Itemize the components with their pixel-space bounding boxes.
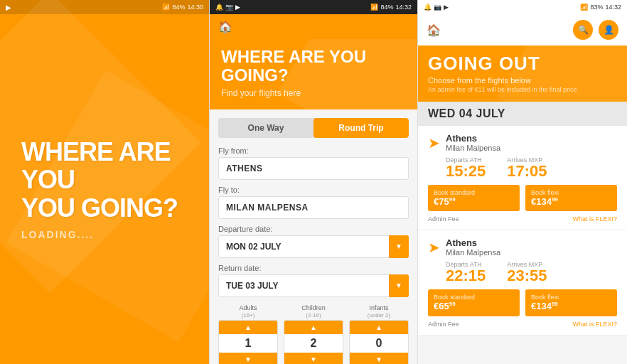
notification-icon-3: 🔔 — [424, 4, 432, 11]
standard-label-2: Book standard — [434, 294, 514, 301]
signal-icon-3: 📶 — [580, 4, 588, 11]
photo-icon: 📷 — [225, 4, 233, 11]
search-button[interactable]: 🔍 — [573, 20, 593, 40]
panel2-hero: WHERE ARE YOU GOING? Find your flights h… — [210, 39, 417, 109]
departs-time-1: 15:25 — [446, 164, 486, 179]
flexi-price-1: €13499 — [531, 196, 611, 207]
children-stepper[interactable]: ▲ 2 ▼ — [284, 320, 343, 364]
flight-times-1: Departs ATH 15:25 Arrives MXP 17:05 — [446, 156, 617, 179]
children-value: 2 — [284, 334, 343, 353]
infants-up-button[interactable]: ▲ — [350, 321, 408, 334]
fly-to-label: Fly to: — [218, 186, 409, 194]
price-row-1: Book standard €7599 Book flexi €13499 — [428, 185, 617, 211]
panel-search: 🔔 📷 ▶ 📶 84% 14:32 🏠 WHERE ARE YOU GOING?… — [209, 0, 418, 364]
children-down-button[interactable]: ▼ — [284, 353, 343, 364]
flight-info-2: Athens Milan Malpensa Departs ATH 22:15 … — [446, 237, 617, 284]
round-trip-button[interactable]: Round Trip — [314, 118, 409, 138]
adults-group: Adults (16+) ▲ 1 ▼ — [218, 304, 278, 364]
flight-info-1: Athens Milan Malpensa Departs ATH 15:25 … — [446, 133, 617, 179]
departure-dropdown-icon[interactable]: ▼ — [389, 235, 409, 258]
hero-subtitle-2: Find your flights here — [221, 88, 406, 98]
departure-date-row: MON 02 JULY ▼ — [218, 235, 409, 258]
status-bar-3: 🔔 📷 ▶ 📶 83% 14:32 — [418, 0, 627, 14]
flights-list: ➤ Athens Milan Malpensa Departs ATH 15:2… — [418, 126, 627, 364]
standard-price-2: €6599 — [434, 301, 514, 311]
what-flexi-link-1[interactable]: What is FLEXI? — [572, 215, 617, 223]
arrives-block-1: Arrives MXP 17:05 — [507, 156, 547, 179]
flexi-price-2: €13499 — [531, 301, 611, 311]
panel-loading: ▶ 📶 84% 14:30 WHERE ARE YOU YOU GOING? L… — [0, 0, 209, 364]
flight-times-2: Departs ATH 22:15 Arrives MXP 23:55 — [446, 261, 617, 284]
children-up-button[interactable]: ▲ — [284, 321, 343, 334]
infants-value: 0 — [350, 334, 408, 353]
header-icons-3: 🔍 👤 — [573, 20, 618, 40]
results-subtitle: Choose from the flights below — [428, 76, 617, 85]
standard-price-1: €7599 — [434, 196, 514, 207]
play-icon-3: ▶ — [444, 4, 449, 11]
loading-text: LOADING.... — [21, 229, 188, 240]
fly-to-input[interactable] — [218, 196, 409, 219]
adults-stepper[interactable]: ▲ 1 ▼ — [218, 320, 278, 364]
departure-date-display[interactable]: MON 02 JULY — [218, 235, 409, 258]
flight-footer-1: Admin Fee What is FLEXI? — [428, 215, 617, 223]
battery-2: 84% — [380, 4, 393, 11]
flight-to-city-1: Milan Malpensa — [446, 144, 617, 152]
adults-up-button[interactable]: ▲ — [219, 321, 277, 334]
photo-icon-3: 📷 — [434, 4, 441, 11]
infants-label: Infants (under 2) — [349, 304, 409, 318]
flight-to-city-2: Milan Malpensa — [446, 248, 617, 257]
battery-3: 83% — [590, 4, 603, 11]
return-dropdown-icon[interactable]: ▼ — [389, 274, 409, 297]
trip-toggle[interactable]: One Way Round Trip — [218, 118, 409, 138]
infants-group: Infants (under 2) ▲ 0 ▼ — [349, 304, 409, 364]
return-label: Return date: — [218, 264, 409, 272]
admin-fee-link-2[interactable]: Admin Fee — [428, 321, 459, 328]
children-label: Children (2-16) — [284, 304, 343, 318]
flight-row-1: ➤ Athens Milan Malpensa Departs ATH 15:2… — [428, 133, 617, 179]
signal-icon-2: 📶 — [370, 4, 378, 11]
loading-title: WHERE ARE YOU YOU GOING? — [21, 138, 188, 223]
flight-card-2: ➤ Athens Milan Malpensa Departs ATH 22:1… — [418, 230, 627, 335]
home-icon-3[interactable]: 🏠 — [427, 23, 441, 37]
flight-footer-2: Admin Fee What is FLEXI? — [428, 321, 617, 328]
adults-down-button[interactable]: ▼ — [219, 353, 277, 364]
panel3-header: 🏠 🔍 👤 — [418, 14, 627, 46]
panel3-hero: GOING OUT Choose from the flights below … — [418, 46, 627, 102]
admin-fee-link-1[interactable]: Admin Fee — [428, 215, 459, 223]
infants-down-button[interactable]: ▼ — [350, 353, 408, 364]
arrives-time-2: 23:55 — [507, 268, 547, 284]
fly-from-input[interactable] — [218, 157, 409, 180]
book-flexi-btn-2[interactable]: Book flexi €13499 — [525, 289, 617, 316]
pax-row: Adults (16+) ▲ 1 ▼ Children (2-16) ▲ 2 ▼ — [218, 304, 409, 364]
flight-from-city-1: Athens — [446, 133, 617, 144]
fly-from-label: Fly from: — [218, 146, 409, 155]
search-form: One Way Round Trip Fly from: Fly to: Dep… — [210, 109, 417, 364]
book-flexi-btn-1[interactable]: Book flexi €13499 — [525, 185, 617, 211]
infants-stepper[interactable]: ▲ 0 ▼ — [349, 320, 409, 364]
date-header: WED 04 JULY — [418, 102, 627, 126]
what-flexi-link-2[interactable]: What is FLEXI? — [572, 321, 617, 328]
adults-value: 1 — [219, 334, 277, 353]
departs-block-1: Departs ATH 15:25 — [446, 156, 486, 179]
flight-arrow-icon-2: ➤ — [428, 239, 440, 256]
children-group: Children (2-16) ▲ 2 ▼ — [284, 304, 343, 364]
time-label-3: 14:32 — [605, 4, 621, 11]
adults-label: Adults (16+) — [218, 304, 278, 318]
one-way-button[interactable]: One Way — [218, 118, 314, 138]
return-date-display[interactable]: TUE 03 JULY — [218, 274, 409, 297]
flexi-label-2: Book flexi — [531, 294, 611, 301]
profile-button[interactable]: 👤 — [599, 20, 618, 40]
departure-label: Departure date: — [218, 225, 409, 233]
flexi-label-1: Book flexi — [531, 189, 611, 196]
home-icon[interactable]: 🏠 — [218, 20, 232, 33]
flight-card-1: ➤ Athens Milan Malpensa Departs ATH 15:2… — [418, 126, 627, 230]
arrives-block-2: Arrives MXP 23:55 — [507, 261, 547, 284]
panel2-header: 🏠 — [210, 14, 417, 39]
notification-icon: 🔔 — [215, 4, 223, 11]
standard-label-1: Book standard — [434, 189, 514, 196]
panel-results: 🔔 📷 ▶ 📶 83% 14:32 🏠 🔍 👤 GOING OUT Choose… — [418, 0, 627, 364]
book-standard-btn-1[interactable]: Book standard €7599 — [428, 185, 520, 211]
book-standard-btn-2[interactable]: Book standard €6599 — [428, 289, 520, 316]
play-icon: ▶ — [235, 4, 240, 11]
flight-from-city-2: Athens — [446, 237, 617, 248]
